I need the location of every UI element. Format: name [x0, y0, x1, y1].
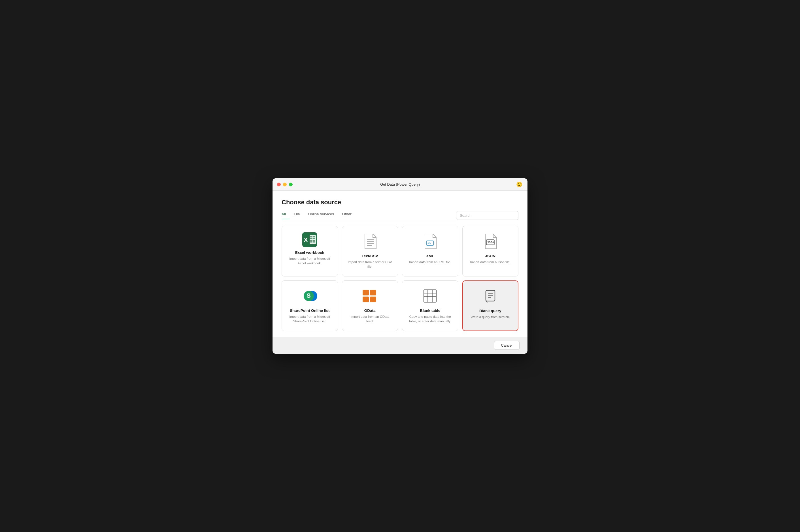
card-xml-name: XML [426, 254, 434, 258]
cards-grid: X Excel workbook Import data from a Micr… [281, 226, 519, 331]
svg-text:JSON: JSON [487, 241, 495, 244]
tabs-search-bar: All File Online services Other [281, 211, 519, 220]
svg-rect-9 [313, 241, 315, 243]
card-blank-query[interactable]: Blank query Write a query from scratch. [462, 281, 519, 331]
blank-table-icon [421, 287, 439, 305]
card-excel[interactable]: X Excel workbook Import data from a Micr… [281, 226, 338, 277]
main-window: Get Data (Power Query) 🙂 Choose data sou… [273, 178, 527, 354]
svg-rect-25 [370, 290, 376, 296]
card-excel-name: Excel workbook [295, 250, 324, 255]
svg-rect-29 [424, 290, 436, 293]
svg-rect-5 [313, 238, 315, 239]
tab-online-services[interactable]: Online services [304, 212, 338, 219]
card-json-desc: Import data from a Json file. [470, 260, 510, 264]
card-blank-query-name: Blank query [479, 309, 501, 313]
card-text-csv[interactable]: Text/CSV Import data from a text or CSV … [342, 226, 398, 277]
title-bar: Get Data (Power Query) 🙂 [273, 178, 527, 191]
traffic-lights [277, 183, 293, 186]
svg-rect-3 [313, 236, 315, 238]
json-icon: JSON [481, 232, 499, 250]
card-xml[interactable]: <> XML Import data from an XML file. [402, 226, 458, 277]
card-blank-table-desc: Copy and paste data into the table, or e… [407, 315, 453, 323]
blank-query-icon [481, 287, 499, 305]
card-text-csv-desc: Import data from a text or CSV file. [347, 260, 393, 269]
card-sharepoint[interactable]: S SharePoint Online list Import data fro… [281, 281, 338, 331]
svg-rect-2 [310, 236, 312, 238]
card-sharepoint-desc: Import data from a Microsoft SharePoint … [287, 315, 332, 323]
card-xml-desc: Import data from an XML file. [409, 260, 451, 264]
svg-text:X: X [304, 236, 308, 243]
svg-text:S: S [307, 292, 311, 299]
footer: Cancel [273, 337, 527, 354]
card-blank-query-desc: Write a query from scratch. [471, 315, 510, 319]
card-json[interactable]: JSON JSON Import data from a Json file. [462, 226, 519, 277]
page-title: Choose data source [281, 198, 519, 206]
sharepoint-icon: S [301, 287, 319, 305]
tab-all[interactable]: All [281, 212, 290, 219]
tab-file[interactable]: File [290, 212, 304, 219]
svg-rect-6 [310, 240, 312, 241]
tab-other[interactable]: Other [338, 212, 356, 219]
text-csv-icon [361, 232, 379, 250]
cancel-button[interactable]: Cancel [494, 341, 520, 350]
svg-rect-4 [310, 238, 312, 239]
window-title: Get Data (Power Query) [380, 182, 420, 187]
maximize-button[interactable] [289, 183, 293, 186]
odata-icon [361, 287, 379, 305]
card-sharepoint-name: SharePoint Online list [290, 308, 329, 313]
card-odata-desc: Import data from an OData feed. [347, 315, 393, 323]
svg-rect-26 [363, 297, 369, 302]
svg-rect-8 [310, 241, 312, 243]
tabs: All File Online services Other [281, 212, 356, 219]
svg-rect-24 [363, 290, 369, 296]
svg-rect-7 [313, 240, 315, 241]
card-text-csv-name: Text/CSV [362, 254, 378, 258]
card-odata[interactable]: OData Import data from an OData feed. [342, 281, 398, 331]
excel-icon: X [302, 232, 317, 247]
card-json-name: JSON [485, 254, 495, 258]
content-area: Choose data source All File Online servi… [273, 191, 527, 337]
card-blank-table[interactable]: Blank table Copy and paste data into the… [402, 281, 458, 331]
minimize-button[interactable] [283, 183, 287, 186]
card-excel-desc: Import data from a Microsoft Excel workb… [287, 256, 332, 265]
xml-icon: <> [421, 232, 439, 250]
svg-rect-27 [370, 297, 376, 302]
card-odata-name: OData [364, 308, 376, 313]
svg-text:<>: <> [428, 242, 431, 245]
close-button[interactable] [277, 183, 281, 186]
svg-rect-28 [424, 290, 436, 302]
card-blank-table-name: Blank table [420, 308, 440, 313]
help-icon[interactable]: 🙂 [516, 182, 522, 188]
search-input[interactable] [456, 211, 519, 220]
